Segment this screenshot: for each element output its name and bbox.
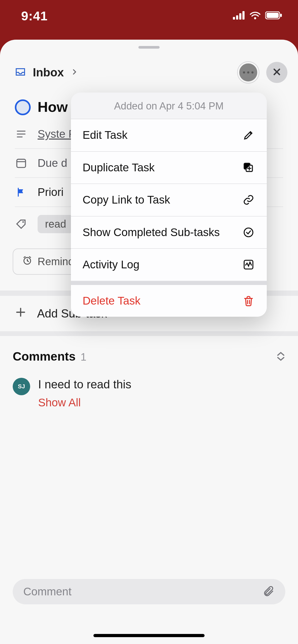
link-icon [242, 193, 255, 206]
menu-duplicate-label: Duplicate Task [83, 161, 155, 175]
svg-rect-3 [242, 11, 245, 20]
wifi-icon [249, 11, 261, 21]
svg-rect-7 [280, 14, 282, 17]
menu-show-completed[interactable]: Show Completed Sub-tasks [71, 217, 267, 249]
duplicate-icon [242, 161, 255, 174]
activity-icon [242, 258, 255, 271]
task-context-menu: Added on Apr 4 5:04 PM Edit Task Duplica… [71, 93, 267, 317]
check-circle-icon [242, 226, 255, 239]
menu-delete-label: Delete Task [83, 294, 141, 308]
svg-rect-0 [233, 17, 235, 20]
menu-duplicate-task[interactable]: Duplicate Task [71, 152, 267, 184]
menu-activity-label: Activity Log [83, 258, 139, 272]
menu-edit-label: Edit Task [83, 128, 128, 142]
svg-rect-6 [267, 13, 279, 18]
trash-icon [242, 294, 255, 307]
menu-copy-link[interactable]: Copy Link to Task [71, 184, 267, 217]
battery-icon [265, 11, 282, 20]
menu-added-text: Added on Apr 4 5:04 PM [71, 93, 267, 119]
status-bar: 9:41 [0, 0, 298, 40]
svg-rect-2 [239, 13, 241, 20]
menu-show-completed-label: Show Completed Sub-tasks [83, 226, 220, 240]
svg-point-4 [254, 17, 256, 19]
svg-rect-1 [236, 15, 238, 20]
svg-point-22 [244, 228, 253, 237]
status-time: 9:41 [21, 9, 48, 23]
menu-delete-task[interactable]: Delete Task [71, 281, 267, 317]
menu-activity-log[interactable]: Activity Log [71, 249, 267, 281]
menu-edit-task[interactable]: Edit Task [71, 119, 267, 152]
status-icons [233, 11, 282, 21]
menu-copy-link-label: Copy Link to Task [83, 193, 170, 207]
signal-icon [233, 11, 245, 21]
pencil-icon [242, 128, 255, 142]
task-sheet: Inbox How achi redu Syste Produ [0, 40, 298, 644]
